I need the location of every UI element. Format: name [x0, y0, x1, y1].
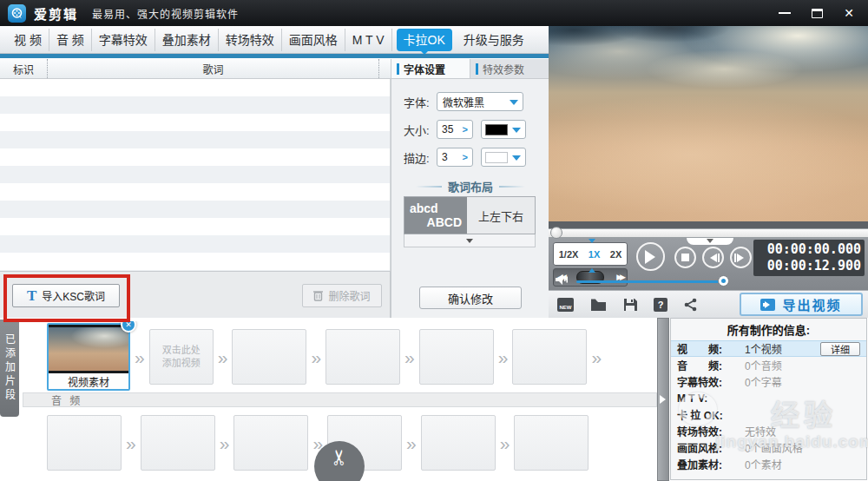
tab-subtitle-effects[interactable]: 字幕特效: [92, 29, 155, 51]
lyrics-list-header: 标识 歌词: [0, 59, 391, 79]
empty-audio-slot[interactable]: [141, 415, 215, 471]
color-chip-black: [485, 124, 508, 135]
tab-accent-bar: [476, 63, 478, 75]
empty-video-slot[interactable]: [232, 329, 306, 385]
seek-bar[interactable]: [549, 228, 868, 238]
play-button[interactable]: [636, 242, 665, 271]
volume-icon[interactable]: [556, 273, 569, 289]
video-preview[interactable]: [549, 26, 868, 221]
menu-bar: 视 频 音 频 字幕特效 叠加素材 转场特效 画面风格 M T V 卡拉OK 升…: [0, 26, 549, 54]
volume-slider-handle[interactable]: [718, 275, 729, 287]
empty-video-slot[interactable]: [512, 329, 587, 385]
lyrics-list[interactable]: [0, 79, 391, 271]
chevron-down-icon: [707, 239, 713, 247]
layout-preview-sample: abcd ABCD: [404, 197, 467, 234]
add-video-slot[interactable]: 双击此处 添加视频: [149, 329, 214, 385]
chevron-right-icon: »: [135, 348, 145, 366]
tab-accent-bar: [397, 63, 399, 75]
column-header-id: 标识: [0, 59, 48, 78]
audio-track-header: 音 频: [23, 392, 657, 407]
lyrics-layout-preview[interactable]: abcd ABCD 上左下右: [404, 196, 536, 234]
stepper-arrow-icon: >: [463, 124, 468, 135]
info-row-overlay: 叠加素材: 0个素材: [671, 456, 866, 472]
font-size-stepper[interactable]: 35 >: [437, 120, 473, 139]
info-row-audio: 音 频: 0个音频: [671, 357, 866, 373]
chevron-right-icon: »: [220, 434, 230, 452]
next-frame-button[interactable]: [730, 247, 752, 268]
help-icon[interactable]: ?: [654, 298, 667, 312]
added-clips-tab[interactable]: 已添加片段: [0, 320, 19, 417]
remove-clip-icon[interactable]: ✕: [121, 321, 136, 333]
speed-half[interactable]: 1/2X: [559, 249, 579, 260]
export-video-button[interactable]: 导出视频: [740, 293, 863, 316]
time-current: 00:00:00.000: [767, 241, 861, 258]
lyrics-list-scrollbar[interactable]: [378, 59, 391, 78]
details-button[interactable]: 详细: [820, 342, 860, 356]
tab-overlay-material[interactable]: 叠加素材: [155, 29, 219, 51]
font-family-select[interactable]: 微软雅黑: [437, 92, 523, 111]
info-row-style: 画面风格: 0个画面风格: [671, 439, 866, 456]
time-total: 00:00:12.900: [767, 258, 861, 274]
tab-audio[interactable]: 音 频: [49, 29, 92, 51]
info-row-mtv: M T V:: [671, 390, 866, 406]
tab-karaoke[interactable]: 卡拉OK: [397, 29, 452, 51]
tab-effect-params[interactable]: 特效参数: [470, 59, 549, 78]
stroke-color-select[interactable]: [481, 148, 526, 167]
stop-icon: [681, 254, 689, 261]
speed-marker-icon: [589, 265, 595, 273]
panel-collapse-notch[interactable]: [687, 238, 733, 245]
tab-transition-effects[interactable]: 转场特效: [219, 29, 282, 51]
delete-lyrics-button[interactable]: 删除歌词: [302, 284, 382, 307]
lyrics-layout-heading: 歌词布局: [391, 178, 549, 194]
chevron-right-icon: »: [126, 434, 136, 452]
volume-slider[interactable]: [576, 280, 726, 283]
empty-audio-slot[interactable]: [514, 415, 589, 471]
layout-dropdown[interactable]: [404, 234, 536, 247]
empty-audio-slot[interactable]: [47, 415, 122, 471]
minimize-icon[interactable]: [779, 12, 791, 14]
speed-2x[interactable]: 2X: [610, 249, 621, 260]
stepper-arrow-icon: >: [463, 152, 468, 162]
empty-video-slot[interactable]: [419, 329, 494, 385]
info-row-video[interactable]: 视 频: 1个视频 详细: [671, 340, 866, 357]
app-tagline: 最易用、强大的视频剪辑软件: [92, 6, 239, 21]
chevron-right-icon: [660, 395, 670, 404]
info-panel-title: 所有制作的信息:: [671, 319, 866, 340]
save-icon[interactable]: [623, 298, 637, 312]
chevron-right-icon: »: [498, 348, 509, 366]
tab-mtv[interactable]: M T V: [345, 29, 392, 51]
empty-audio-slot[interactable]: [421, 415, 496, 471]
chevron-right-icon: »: [218, 348, 228, 366]
font-color-select[interactable]: [481, 120, 526, 139]
confirm-changes-button[interactable]: 确认修改: [419, 287, 522, 309]
tab-video[interactable]: 视 频: [7, 29, 49, 51]
stroke-size-stepper[interactable]: 3 >: [437, 148, 473, 167]
chevron-down-icon: [512, 128, 521, 137]
panel-expand-handle[interactable]: [657, 318, 669, 481]
new-project-icon[interactable]: NEW: [557, 298, 574, 312]
prev-frame-button[interactable]: [702, 247, 724, 268]
production-info-panel: 所有制作的信息: 视 频: 1个视频 详细 音 频: 0个音频 字幕特效: 0个…: [670, 318, 867, 480]
tab-font-settings[interactable]: 字体设置: [391, 59, 470, 78]
step-forward-icon: [737, 254, 748, 262]
info-row-subtitle: 字幕特效: 0个字幕: [671, 373, 866, 390]
speed-1x[interactable]: 1X: [589, 249, 600, 260]
tab-picture-style[interactable]: 画面风格: [282, 29, 345, 51]
stop-button[interactable]: [674, 247, 696, 268]
empty-audio-slot[interactable]: [233, 415, 308, 471]
share-icon[interactable]: [684, 298, 697, 312]
video-clip-selected[interactable]: 视频素材 ✕: [47, 323, 130, 391]
close-icon[interactable]: ✕: [844, 7, 854, 19]
open-folder-icon[interactable]: [590, 298, 607, 312]
maximize-icon[interactable]: [812, 9, 823, 18]
seek-handle[interactable]: [550, 227, 562, 239]
clip-thumbnail: [49, 325, 128, 373]
tab-upgrade-service[interactable]: 升级与服务: [457, 29, 531, 51]
info-row-transition: 转场特效: 无特效: [671, 423, 866, 439]
empty-video-slot[interactable]: [326, 329, 400, 385]
app-title: 爱剪辑: [34, 4, 78, 23]
time-display: 00:00:00.000 00:00:12.900: [753, 240, 865, 276]
color-chip-white: [485, 152, 508, 163]
column-header-lyrics: 歌词: [48, 59, 378, 78]
speed-marker-icon: [589, 239, 595, 247]
